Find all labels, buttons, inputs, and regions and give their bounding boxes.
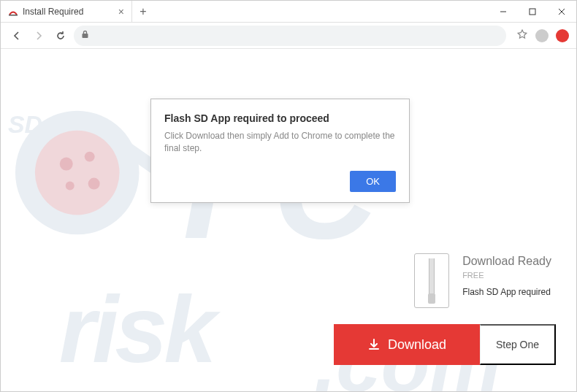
titlebar: Install Required × + [1,1,576,23]
download-ready-label: Download Ready [462,255,551,268]
alert-dialog: Flash SD App required to proceed Click D… [150,99,410,203]
download-button-label: Download [388,337,446,353]
browser-tab[interactable]: Install Required × [1,1,132,22]
page-content: SD PC risk .com Download Ready FREE Flas… [1,49,576,391]
step-one-button[interactable]: Step One [480,324,556,365]
bookmark-icon[interactable] [516,28,528,43]
download-button[interactable]: Download [334,324,480,365]
svg-rect-2 [530,9,535,15]
svg-rect-0 [9,15,18,16]
address-bar [1,23,576,49]
ok-button[interactable]: OK [350,171,396,192]
lock-icon [81,30,89,41]
svg-rect-5 [83,34,88,38]
favicon [8,7,18,17]
tab-title: Install Required [23,7,83,17]
dialog-title: Flash SD App required to proceed [164,112,396,124]
required-label: Flash SD App required [462,287,551,297]
profile-avatar[interactable] [535,29,549,42]
extension-icon[interactable] [556,29,569,42]
minimize-button[interactable] [489,1,518,22]
maximize-button[interactable] [518,1,547,22]
close-window-button[interactable] [547,1,576,22]
dialog-message: Click Download then simply Add to Chrome… [164,130,396,155]
download-info-text: Download Ready FREE Flash SD App require… [462,253,551,297]
dialog-actions: OK [164,171,396,192]
toolbar-right [516,28,569,43]
download-info: Download Ready FREE Flash SD App require… [414,253,551,308]
back-button[interactable] [8,27,26,45]
browser-window: Install Required × + SD PC risk .com [0,0,577,392]
free-label: FREE [462,271,551,280]
zipper-icon [414,253,449,308]
ok-button-label: OK [366,176,380,187]
tab-close-icon[interactable]: × [118,6,124,18]
button-row: Download Step One [334,324,556,365]
window-controls [489,1,576,22]
download-icon [367,338,381,351]
new-tab-button[interactable]: + [132,1,154,22]
forward-button[interactable] [30,27,47,45]
reload-button[interactable] [52,27,69,45]
step-one-label: Step One [496,339,539,350]
omnibox[interactable] [74,26,506,46]
